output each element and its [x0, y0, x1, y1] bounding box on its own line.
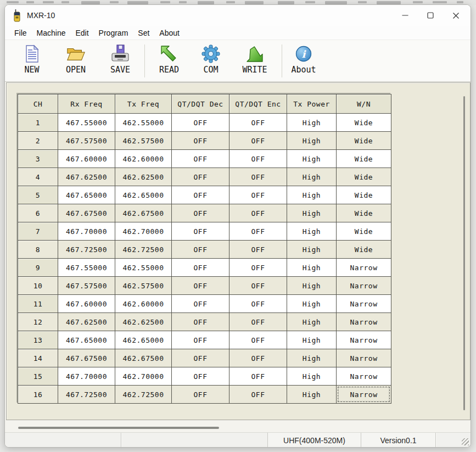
grid-cell[interactable]: 462.55000 — [115, 114, 172, 132]
grid-cell[interactable]: 467.57500 — [58, 132, 115, 150]
grid-cell[interactable]: 467.55000 — [58, 114, 115, 132]
grid-cell[interactable]: 462.67500 — [115, 204, 172, 222]
grid-cell[interactable]: OFF — [229, 186, 287, 204]
grid-cell[interactable]: 467.65000 — [58, 186, 115, 204]
grid-cell[interactable]: OFF — [229, 386, 287, 404]
grid-cell[interactable]: OFF — [229, 204, 287, 222]
grid-cell[interactable]: OFF — [229, 222, 287, 241]
grid-cell[interactable]: 462.65000 — [115, 186, 172, 204]
grid-cell[interactable]: OFF — [229, 259, 287, 277]
menu-program[interactable]: Program — [94, 27, 133, 39]
grid-cell[interactable]: OFF — [172, 241, 229, 259]
grid-cell[interactable]: Wide — [337, 132, 391, 150]
channel-number-cell[interactable]: 2 — [18, 132, 58, 150]
save-button[interactable]: SAVE — [102, 42, 139, 80]
channel-number-cell[interactable]: 14 — [18, 349, 58, 367]
vertical-scrollbar[interactable] — [463, 96, 465, 410]
channel-number-cell[interactable]: 4 — [18, 168, 58, 186]
grid-cell[interactable]: Narrow — [337, 349, 391, 367]
grid-cell[interactable]: 462.57500 — [115, 277, 172, 295]
grid-cell[interactable]: OFF — [172, 277, 229, 295]
channel-number-cell[interactable]: 1 — [18, 114, 58, 132]
grid-cell[interactable]: 467.60000 — [58, 295, 115, 313]
grid-cell[interactable]: Narrow — [337, 313, 391, 331]
channel-number-cell[interactable]: 11 — [18, 295, 58, 313]
grid-cell[interactable]: OFF — [172, 331, 229, 349]
menu-machine[interactable]: Machine — [32, 27, 71, 39]
grid-cell[interactable]: Wide — [337, 204, 391, 222]
grid-cell[interactable]: OFF — [229, 241, 287, 259]
open-button[interactable]: OPEN — [57, 42, 94, 80]
grid-cell[interactable]: Wide — [337, 114, 391, 132]
grid-cell[interactable]: OFF — [172, 132, 229, 150]
grid-cell[interactable]: High — [287, 259, 337, 277]
grid-cell[interactable]: High — [287, 313, 337, 331]
grid-cell[interactable]: 467.62500 — [58, 313, 115, 331]
grid-cell[interactable]: Narrow — [337, 277, 391, 295]
grid-cell[interactable]: OFF — [172, 295, 229, 313]
grid-cell[interactable]: 462.57500 — [115, 132, 172, 150]
grid-cell[interactable]: 462.55000 — [115, 259, 172, 277]
grid-cell[interactable]: High — [287, 222, 337, 241]
grid-cell[interactable]: OFF — [229, 367, 287, 386]
grid-cell[interactable]: High — [287, 295, 337, 313]
channel-number-cell[interactable]: 8 — [18, 241, 58, 259]
channel-number-cell[interactable]: 9 — [18, 259, 58, 277]
grid-cell[interactable]: 467.70000 — [58, 367, 115, 386]
grid-cell[interactable]: High — [287, 114, 337, 132]
channel-number-cell[interactable]: 5 — [18, 186, 58, 204]
grid-cell[interactable]: OFF — [172, 386, 229, 404]
channel-number-cell[interactable]: 7 — [18, 222, 58, 241]
grid-cell[interactable]: OFF — [172, 367, 229, 386]
grid-cell[interactable]: OFF — [229, 277, 287, 295]
about-button[interactable]: i About — [285, 42, 322, 80]
channel-number-cell[interactable]: 12 — [18, 313, 58, 331]
channel-number-cell[interactable]: 16 — [18, 386, 58, 404]
channel-number-cell[interactable]: 10 — [18, 277, 58, 295]
grid-cell[interactable]: Wide — [337, 222, 391, 241]
maximize-button[interactable] — [418, 6, 443, 25]
channel-number-cell[interactable]: 3 — [18, 150, 58, 168]
grid-cell[interactable]: Wide — [337, 241, 391, 259]
grid-cell[interactable]: 462.70000 — [115, 367, 172, 386]
channel-number-cell[interactable]: 15 — [18, 367, 58, 386]
grid-cell[interactable]: Narrow — [337, 295, 391, 313]
grid-cell[interactable]: 462.72500 — [115, 386, 172, 404]
grid-cell[interactable]: Narrow — [337, 386, 391, 404]
new-button[interactable]: NEW — [13, 42, 51, 80]
grid-cell[interactable]: Wide — [337, 168, 391, 186]
grid-cell[interactable]: OFF — [229, 114, 287, 132]
grid-cell[interactable]: 467.72500 — [58, 241, 115, 259]
grid-cell[interactable]: 467.70000 — [58, 222, 115, 241]
grid-cell[interactable]: High — [287, 277, 337, 295]
grid-cell[interactable]: 467.55000 — [58, 259, 115, 277]
grid-cell[interactable]: OFF — [229, 168, 287, 186]
grid-cell[interactable]: High — [287, 186, 337, 204]
grid-cell[interactable]: 467.65000 — [58, 331, 115, 349]
menu-edit[interactable]: Edit — [70, 27, 93, 39]
grid-cell[interactable]: High — [287, 331, 337, 349]
grid-cell[interactable]: High — [287, 386, 337, 404]
read-button[interactable]: READ — [150, 42, 188, 80]
grid-cell[interactable]: OFF — [172, 204, 229, 222]
grid-cell[interactable]: OFF — [229, 132, 287, 150]
grid-cell[interactable]: OFF — [172, 114, 229, 132]
grid-cell[interactable]: OFF — [172, 313, 229, 331]
menu-set[interactable]: Set — [133, 27, 154, 39]
menu-about[interactable]: About — [154, 27, 184, 39]
grid-cell[interactable]: 462.60000 — [115, 150, 172, 168]
grid-cell[interactable]: OFF — [172, 186, 229, 204]
write-button[interactable]: WRITE — [236, 42, 273, 80]
grid-cell[interactable]: 467.72500 — [58, 386, 115, 404]
grid-cell[interactable]: 462.65000 — [115, 331, 172, 349]
grid-cell[interactable]: OFF — [229, 331, 287, 349]
close-button[interactable] — [443, 6, 468, 25]
horizontal-scrollbar[interactable] — [18, 427, 219, 429]
grid-cell[interactable]: Wide — [337, 150, 391, 168]
grid-cell[interactable]: High — [287, 204, 337, 222]
grid-cell[interactable]: Narrow — [337, 331, 391, 349]
grid-cell[interactable]: 467.62500 — [58, 168, 115, 186]
grid-cell[interactable]: Wide — [337, 186, 391, 204]
grid-cell[interactable]: 467.67500 — [58, 349, 115, 367]
minimize-button[interactable] — [393, 6, 418, 25]
